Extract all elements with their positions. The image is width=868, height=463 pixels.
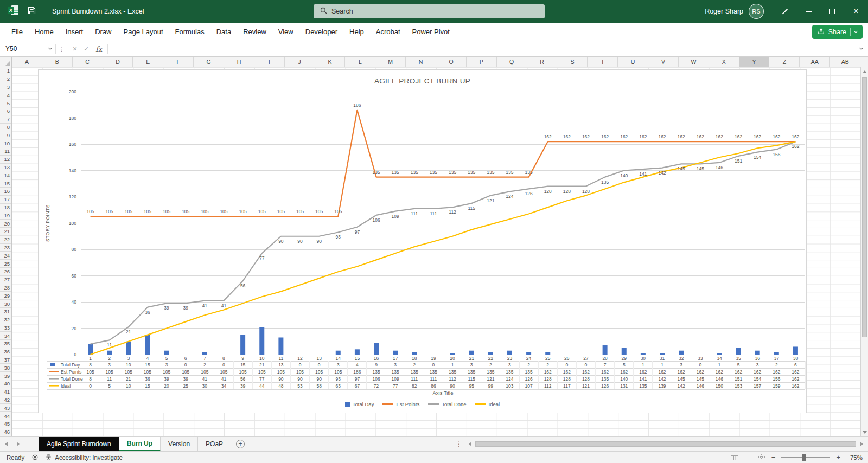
column-header-v[interactable]: V — [648, 57, 679, 67]
row-header-10[interactable]: 10 — [0, 139, 11, 147]
ribbon-tab-help[interactable]: Help — [343, 23, 370, 41]
column-header-ab[interactable]: AB — [830, 57, 860, 67]
chart-legend[interactable]: Total DayEst PointsTotal DoneIdeal — [39, 401, 806, 407]
name-box-input[interactable] — [5, 45, 39, 53]
row-header-29[interactable]: 29 — [0, 292, 11, 300]
zoom-slider-thumb[interactable] — [802, 454, 806, 461]
insert-function-icon[interactable]: fx — [95, 45, 102, 53]
ribbon-tab-developer[interactable]: Developer — [299, 23, 343, 41]
row-header-38[interactable]: 38 — [0, 364, 11, 372]
maximize-button[interactable] — [820, 0, 844, 23]
column-header-k[interactable]: K — [315, 57, 346, 67]
column-header-w[interactable]: W — [679, 57, 709, 67]
row-header-3[interactable]: 3 — [0, 83, 11, 92]
name-box-resize-handle[interactable]: ⋮ — [56, 41, 67, 56]
sheet-tab-agile-sprint-burndown[interactable]: Agile Sprint Burndown — [39, 437, 119, 451]
legend-item-ideal[interactable]: Ideal — [475, 401, 500, 407]
scroll-down-button[interactable] — [861, 428, 868, 436]
chart[interactable]: 020406080100120140160180200STORY POINTS1… — [38, 69, 807, 413]
series-ideal-line[interactable] — [91, 142, 796, 355]
row-header-43[interactable]: 43 — [0, 404, 11, 412]
select-all-button[interactable] — [0, 57, 12, 67]
zoom-level[interactable]: 75% — [846, 454, 863, 461]
user-avatar[interactable]: RS — [749, 4, 764, 19]
ribbon-tab-power-pivot[interactable]: Power Pivot — [406, 23, 456, 41]
series-est-points-line[interactable] — [91, 110, 796, 216]
share-button[interactable]: Share — [812, 25, 863, 39]
column-header-e[interactable]: E — [133, 57, 163, 67]
row-header-18[interactable]: 18 — [0, 204, 11, 212]
series-total-day-bars[interactable] — [88, 327, 798, 355]
column-header-a[interactable]: A — [12, 57, 42, 67]
row-header-36[interactable]: 36 — [0, 348, 11, 356]
column-header-b[interactable]: B — [42, 57, 73, 67]
row-header-26[interactable]: 26 — [0, 268, 11, 276]
row-header-24[interactable]: 24 — [0, 252, 11, 260]
column-header-s[interactable]: S — [557, 57, 588, 67]
chart-x-axis-title[interactable]: Axis Title — [81, 390, 805, 396]
row-header-13[interactable]: 13 — [0, 164, 11, 172]
close-button[interactable]: × — [844, 0, 868, 23]
ribbon-tab-acrobat[interactable]: Acrobat — [370, 23, 406, 41]
row-header-37[interactable]: 37 — [0, 356, 11, 364]
zoom-slider[interactable] — [781, 457, 830, 458]
sheet-tab-version[interactable]: Version — [161, 437, 198, 451]
scroll-right-button[interactable] — [857, 442, 866, 446]
row-header-34[interactable]: 34 — [0, 332, 11, 340]
horizontal-scrollbar-thumb[interactable] — [475, 441, 856, 447]
name-box[interactable] — [0, 41, 55, 56]
name-box-chevron-down-icon[interactable] — [48, 46, 52, 50]
page-layout-view-icon[interactable] — [744, 454, 752, 461]
column-header-g[interactable]: G — [194, 57, 224, 67]
scroll-up-button[interactable] — [861, 67, 868, 76]
row-header-44[interactable]: 44 — [0, 412, 11, 420]
row-header-45[interactable]: 45 — [0, 420, 11, 428]
ribbon-tab-draw[interactable]: Draw — [89, 23, 117, 41]
row-header-41[interactable]: 41 — [0, 388, 11, 396]
ribbon-tab-file[interactable]: File — [5, 23, 29, 41]
column-header-p[interactable]: P — [467, 57, 497, 67]
row-header-1[interactable]: 1 — [0, 67, 11, 75]
chart-title[interactable]: AGILE PROJECT BURN UP — [39, 77, 806, 85]
vertical-scrollbar-thumb[interactable] — [862, 77, 867, 337]
row-header-22[interactable]: 22 — [0, 236, 11, 244]
minimize-button[interactable] — [796, 0, 820, 23]
column-header-z[interactable]: Z — [769, 57, 800, 67]
row-header-21[interactable]: 21 — [0, 228, 11, 236]
excel-app-icon[interactable]: X — [8, 5, 19, 18]
row-header-31[interactable]: 31 — [0, 308, 11, 316]
ribbon-tab-formulas[interactable]: Formulas — [169, 23, 210, 41]
accessibility-status[interactable]: Accessibility: Investigate — [46, 454, 123, 461]
column-header-y[interactable]: Y — [739, 57, 770, 67]
row-header-33[interactable]: 33 — [0, 324, 11, 332]
row-header-25[interactable]: 25 — [0, 260, 11, 268]
search-input[interactable] — [331, 8, 521, 15]
cancel-entry-icon[interactable]: × — [73, 44, 77, 53]
expand-formula-bar-button[interactable] — [854, 41, 868, 56]
row-header-27[interactable]: 27 — [0, 276, 11, 284]
series-total-done-line[interactable] — [91, 142, 796, 344]
column-header-c[interactable]: C — [73, 57, 103, 67]
formula-input[interactable] — [108, 41, 854, 56]
column-header-x[interactable]: X — [709, 57, 739, 67]
row-header-8[interactable]: 8 — [0, 124, 11, 132]
row-header-11[interactable]: 11 — [0, 147, 11, 156]
sheet-tab-burn-up[interactable]: Burn Up — [119, 437, 161, 451]
row-header-5[interactable]: 5 — [0, 99, 11, 107]
macro-record-icon[interactable] — [32, 454, 38, 460]
tab-scrollbar-splitter[interactable]: ⋮ — [452, 437, 465, 451]
column-header-o[interactable]: O — [436, 57, 467, 67]
column-header-h[interactable]: H — [224, 57, 254, 67]
row-header-4[interactable]: 4 — [0, 91, 11, 99]
share-chevron-down-icon[interactable] — [854, 29, 858, 33]
column-header-m[interactable]: M — [375, 57, 406, 67]
sheet-tab-poap[interactable]: POaP — [198, 437, 231, 451]
column-header-r[interactable]: R — [527, 57, 558, 67]
row-header-28[interactable]: 28 — [0, 284, 11, 292]
ribbon-tab-home[interactable]: Home — [29, 23, 60, 41]
row-header-19[interactable]: 19 — [0, 211, 11, 220]
column-header-q[interactable]: Q — [497, 57, 527, 67]
legend-item-est-points[interactable]: Est Points — [382, 401, 419, 407]
chart-data-table[interactable] — [47, 361, 805, 389]
row-header-15[interactable]: 15 — [0, 179, 11, 188]
